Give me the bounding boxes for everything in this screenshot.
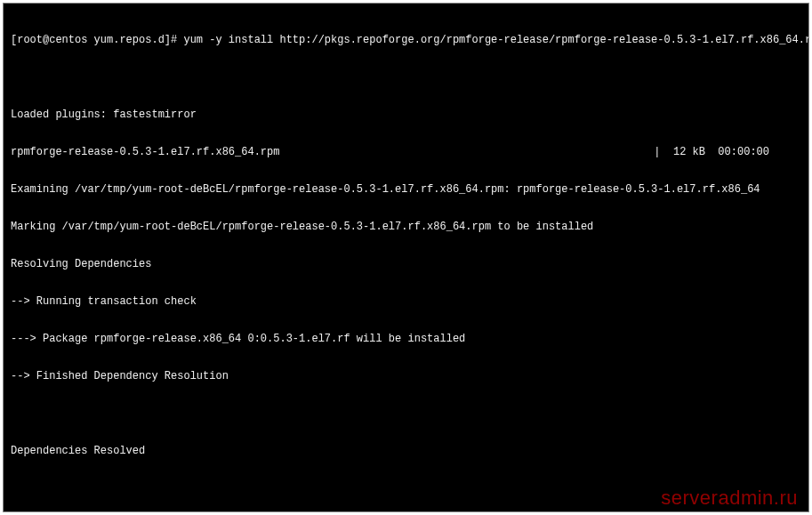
rpm-filename: rpmforge-release-0.5.3-1.el7.rf.x86_64.r… bbox=[11, 146, 654, 158]
output-line: --> Running transaction check bbox=[11, 295, 801, 308]
watermark: serveradmin.ru bbox=[661, 492, 798, 504]
output-line: Examining /var/tmp/yum-root-deBcEL/rpmfo… bbox=[11, 183, 801, 196]
shell-prompt-line: [root@centos yum.repos.d]# yum -y instal… bbox=[11, 34, 801, 46]
output-line: --> Finished Dependency Resolution bbox=[11, 370, 801, 382]
rpm-progress: | 12 kB 00:00:00 bbox=[654, 146, 801, 158]
download-progress-line: rpmforge-release-0.5.3-1.el7.rf.x86_64.r… bbox=[11, 146, 801, 158]
deps-resolved-label: Dependencies Resolved bbox=[11, 445, 801, 457]
output-line: Resolving Dependencies bbox=[11, 258, 801, 270]
output-line: Loaded plugins: fastestmirror bbox=[11, 109, 801, 121]
output-line: ---> Package rpmforge-release.x86_64 0:0… bbox=[11, 333, 801, 345]
output-line: Marking /var/tmp/yum-root-deBcEL/rpmforg… bbox=[11, 221, 801, 233]
terminal-window[interactable]: [root@centos yum.repos.d]# yum -y instal… bbox=[3, 3, 809, 512]
